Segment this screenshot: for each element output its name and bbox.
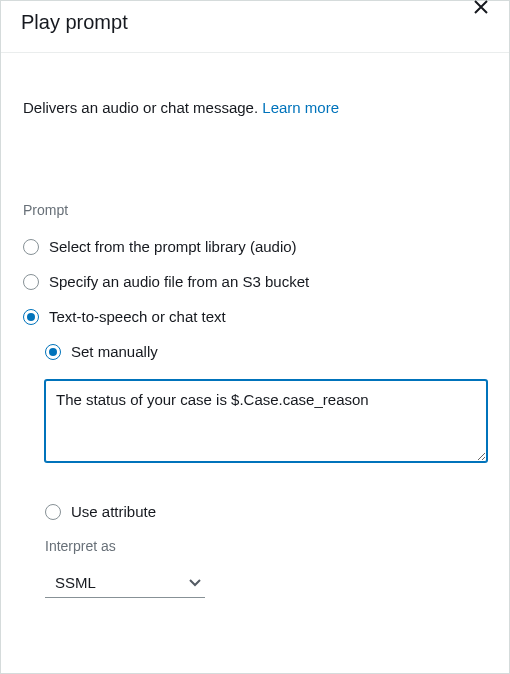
radio-label: Set manually [71,343,158,360]
description-static: Delivers an audio or chat message. [23,99,262,116]
description-text: Delivers an audio or chat message. Learn… [23,97,487,118]
tts-text-input[interactable] [45,380,487,462]
radio-set-manually[interactable]: Set manually [45,343,487,360]
close-button[interactable] [471,0,491,17]
radio-label: Select from the prompt library (audio) [49,238,297,255]
select-value: SSML [55,574,96,591]
radio-label: Specify an audio file from an S3 bucket [49,273,309,290]
play-prompt-panel: Play prompt Delivers an audio or chat me… [0,0,510,674]
radio-tts[interactable]: Text-to-speech or chat text [23,308,487,325]
panel-header: Play prompt [1,1,509,53]
radio-icon-selected [23,309,39,325]
panel-body: Delivers an audio or chat message. Learn… [1,53,509,620]
learn-more-link[interactable]: Learn more [262,99,339,116]
chevron-down-icon [189,577,201,589]
prompt-radio-group: Select from the prompt library (audio) S… [23,238,487,325]
panel-title: Play prompt [21,11,128,34]
prompt-section-label: Prompt [23,202,487,218]
tts-sub-group: Set manually Use attribute [45,343,487,520]
radio-icon-selected [45,344,61,360]
radio-s3-bucket[interactable]: Specify an audio file from an S3 bucket [23,273,487,290]
radio-use-attribute[interactable]: Use attribute [45,503,487,520]
textarea-container [45,380,487,465]
radio-prompt-library[interactable]: Select from the prompt library (audio) [23,238,487,255]
radio-icon [23,239,39,255]
radio-icon [23,274,39,290]
radio-label: Text-to-speech or chat text [49,308,226,325]
interpret-label: Interpret as [45,538,487,554]
radio-label: Use attribute [71,503,156,520]
interpret-select[interactable]: SSML [45,568,205,598]
radio-icon [45,504,61,520]
interpret-section: Interpret as SSML [45,538,487,598]
close-icon [473,0,489,15]
